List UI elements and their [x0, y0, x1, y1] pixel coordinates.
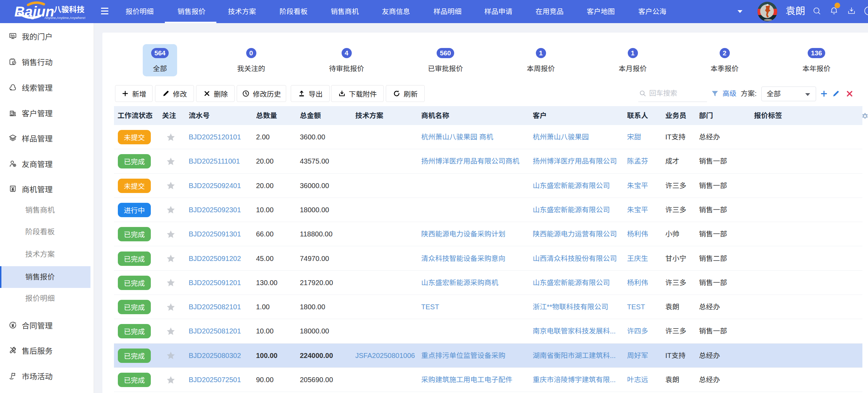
svg-text:Anyone,Anytime,Anywhere!: Anyone,Anytime,Anywhere! — [45, 16, 86, 20]
svg-text:八骏科技: 八骏科技 — [54, 3, 85, 14]
